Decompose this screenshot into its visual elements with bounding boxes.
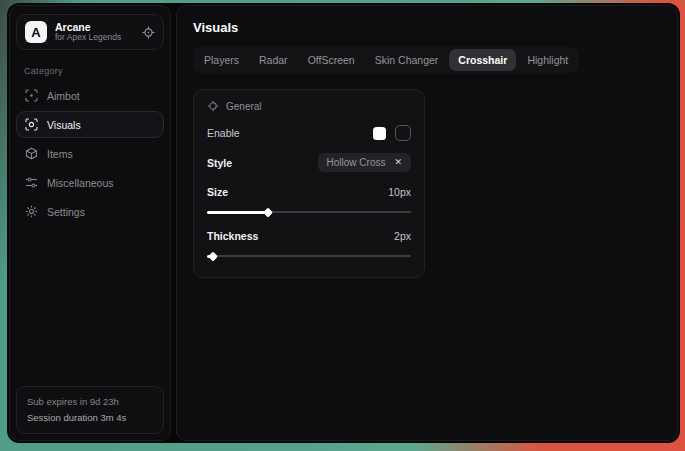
thickness-slider-thumb[interactable] (208, 251, 218, 261)
size-value: 10px (388, 186, 411, 198)
tab-offscreen[interactable]: OffScreen (299, 49, 364, 71)
target-icon[interactable] (142, 26, 155, 39)
style-select[interactable]: Hollow Cross ✕ (318, 153, 411, 172)
thickness-value: 2px (394, 230, 411, 242)
sidebar-item-miscellaneous[interactable]: Miscellaneous (16, 169, 164, 196)
subscription-info: Sub expires in 9d 23h Session duration 3… (16, 386, 164, 434)
app-logo: A (25, 21, 47, 43)
thickness-label: Thickness (207, 230, 258, 242)
thickness-slider[interactable] (207, 249, 411, 263)
sidebar-item-label: Aimbot (47, 90, 80, 102)
enable-checkbox[interactable] (395, 125, 411, 141)
tab-players[interactable]: Players (195, 49, 248, 71)
tab-radar[interactable]: Radar (250, 49, 297, 71)
general-card: General Enable Style Hollow Cross ✕ (193, 89, 425, 278)
enable-label: Enable (207, 127, 240, 139)
main-panel: Visuals Players Radar OffScreen Skin Cha… (176, 5, 678, 441)
size-slider[interactable] (207, 205, 411, 219)
enable-controls (373, 125, 411, 141)
sidebar-item-aimbot[interactable]: Aimbot (16, 82, 164, 109)
size-slider-thumb[interactable] (263, 207, 273, 217)
size-slider-fill (207, 211, 268, 214)
general-card-header: General (207, 100, 411, 112)
sidebar-item-visuals[interactable]: Visuals (16, 111, 164, 138)
tab-crosshair[interactable]: Crosshair (449, 49, 516, 71)
sidebar-nav: Aimbot Visuals (16, 82, 164, 225)
app-window: A Arcane for Apex Legends Category (7, 3, 680, 443)
sidebar-item-label: Items (47, 148, 73, 160)
app-subtitle: for Apex Legends (55, 33, 134, 43)
eye-scan-icon (25, 118, 38, 131)
sidebar: A Arcane for Apex Legends Category (9, 5, 171, 441)
brand-card: A Arcane for Apex Legends (16, 14, 164, 50)
sidebar-item-settings[interactable]: Settings (16, 198, 164, 225)
size-row: Size 10px (207, 183, 411, 201)
style-select-value: Hollow Cross (327, 157, 386, 168)
sidebar-item-label: Miscellaneous (47, 177, 114, 189)
thickness-row: Thickness 2px (207, 227, 411, 245)
general-card-title: General (226, 101, 262, 112)
style-label: Style (207, 157, 232, 169)
enable-color-swatch[interactable] (373, 127, 386, 140)
sidebar-item-items[interactable]: Items (16, 140, 164, 167)
brand-text: Arcane for Apex Legends (55, 21, 134, 43)
tab-highlight[interactable]: Highlight (518, 49, 577, 71)
sidebar-item-label: Visuals (47, 119, 81, 131)
page-title: Visuals (193, 20, 661, 35)
gear-icon (25, 205, 38, 218)
game-background: A Arcane for Apex Legends Category (0, 0, 685, 451)
size-label: Size (207, 186, 228, 198)
clear-icon[interactable]: ✕ (394, 158, 402, 167)
enable-row: Enable (207, 124, 411, 142)
style-row: Style Hollow Cross ✕ (207, 153, 411, 172)
category-label: Category (24, 66, 164, 76)
cube-icon (25, 147, 38, 160)
scan-crosshair-icon (207, 100, 219, 112)
tab-skin-changer[interactable]: Skin Changer (366, 49, 448, 71)
sliders-icon (25, 176, 38, 189)
session-duration-text: Session duration 3m 4s (27, 410, 153, 426)
thickness-slider-track (207, 255, 411, 257)
sub-expires-text: Sub expires in 9d 23h (27, 394, 153, 410)
sidebar-item-label: Settings (47, 206, 85, 218)
tab-bar: Players Radar OffScreen Skin Changer Cro… (193, 47, 579, 73)
crosshair-icon (25, 89, 38, 102)
